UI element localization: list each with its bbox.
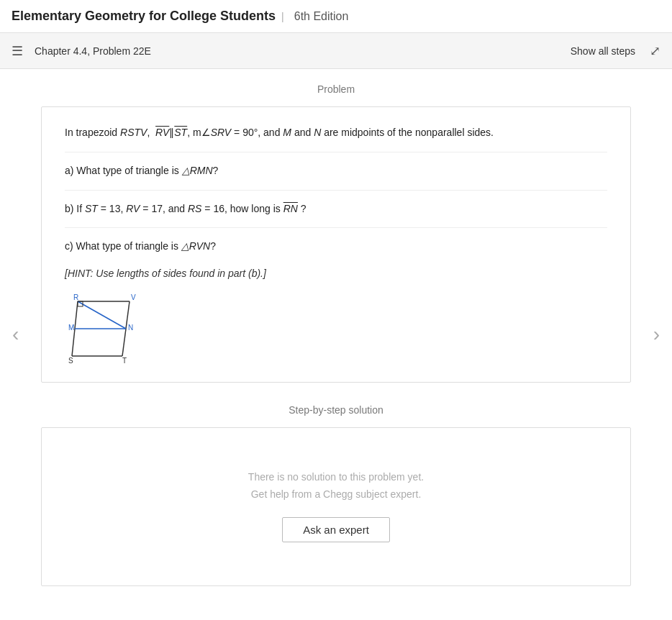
problem-intro: In trapezoid RSTV, RV∥ST, m∠SRV = 90°, a… xyxy=(65,124,607,142)
svg-text:S: S xyxy=(68,357,73,365)
trapezoid-figure: R V M N S T xyxy=(65,293,165,365)
main-content: ‹ Problem In trapezoid RSTV, RV∥ST, m∠SR… xyxy=(12,69,660,601)
svg-text:R: R xyxy=(73,293,78,301)
prev-arrow[interactable]: ‹ xyxy=(12,323,19,346)
part-a: a) What type of triangle is △RMN? xyxy=(65,163,607,180)
no-solution-line2: Get help from a Chegg subject expert. xyxy=(65,488,607,500)
trapezoid-svg: R V M N S T xyxy=(65,293,165,365)
svg-text:N: N xyxy=(128,324,133,332)
divider-1 xyxy=(65,152,607,152)
chapter-label: Chapter 4.4, Problem 22E xyxy=(35,45,562,57)
solution-section: Step-by-step solution There is no soluti… xyxy=(41,404,631,586)
rn-bar: RN xyxy=(283,203,298,214)
part-b-label: b) xyxy=(65,203,73,214)
part-c: c) What type of triangle is △RVN? xyxy=(65,238,607,255)
svg-text:T: T xyxy=(122,357,127,365)
rv-bar: RV xyxy=(155,127,169,138)
expand-icon[interactable]: ⤢ xyxy=(650,43,660,59)
divider-2 xyxy=(65,190,607,191)
solution-box: There is no solution to this problem yet… xyxy=(41,427,631,586)
top-bar: Elementary Geometry for College Students… xyxy=(0,0,672,33)
book-edition: 6th Edition xyxy=(294,10,349,23)
part-a-label: a) xyxy=(65,165,73,176)
problem-text: In trapezoid RSTV, RV∥ST, m∠SRV = 90°, a… xyxy=(65,124,607,365)
show-all-steps-button[interactable]: Show all steps xyxy=(562,41,644,61)
hint-text: [HINT: Use lengths of sides found in par… xyxy=(65,265,607,283)
no-solution-line1: There is no solution to this problem yet… xyxy=(65,471,607,483)
part-b: b) If ST = 13, RV = 17, and RS = 16, how… xyxy=(65,201,607,218)
st-bar: ST xyxy=(174,127,187,138)
svg-text:M: M xyxy=(68,324,74,332)
problem-box: In trapezoid RSTV, RV∥ST, m∠SRV = 90°, a… xyxy=(41,106,631,383)
trapezoid-name: RSTV xyxy=(120,127,147,138)
svg-line-5 xyxy=(78,301,126,329)
list-icon[interactable]: ☰ xyxy=(12,43,23,59)
book-title: Elementary Geometry for College Students xyxy=(12,9,276,24)
divider-3 xyxy=(65,227,607,228)
nav-bar: ☰ Chapter 4.4, Problem 22E Show all step… xyxy=(0,33,672,69)
ask-expert-button[interactable]: Ask an expert xyxy=(282,517,390,542)
svg-text:V: V xyxy=(131,293,136,301)
part-c-label: c) xyxy=(65,240,73,252)
next-arrow[interactable]: › xyxy=(653,323,660,346)
solution-section-title: Step-by-step solution xyxy=(41,404,631,416)
problem-section-title: Problem xyxy=(41,83,631,95)
